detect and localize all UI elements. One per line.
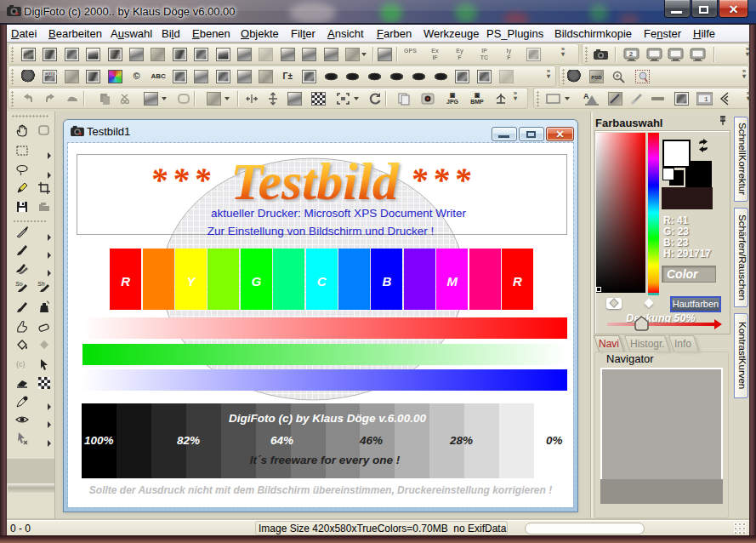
svg-text:Sh: Sh xyxy=(37,281,45,287)
svg-text:So: So xyxy=(15,281,23,287)
svg-text:2: 2 xyxy=(629,50,634,58)
svg-text:(c): (c) xyxy=(16,360,26,369)
svg-text:1: 1 xyxy=(704,95,708,103)
svg-text:A: A xyxy=(583,92,589,100)
